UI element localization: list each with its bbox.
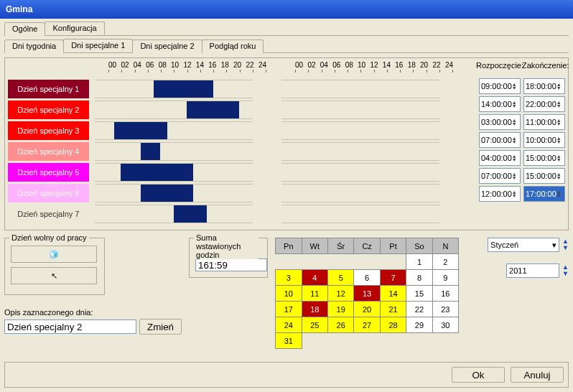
end-time-spinner[interactable]: 15:00:00▲▼ (523, 150, 565, 166)
cal-day[interactable]: 29 (406, 317, 433, 333)
spinner-arrows[interactable]: ▲▼ (512, 136, 518, 144)
track-left[interactable] (95, 184, 253, 202)
time-bar[interactable] (141, 143, 161, 160)
track-left[interactable] (95, 205, 253, 223)
track-right[interactable] (281, 163, 439, 182)
cal-day[interactable]: 1 (406, 254, 433, 270)
end-time-spinner[interactable]: 10:00:00▲▼ (523, 132, 565, 148)
cal-day[interactable]: 13 (354, 286, 381, 302)
spinner-arrows[interactable]: ▲▼ (556, 83, 563, 90)
spinner-arrows[interactable]: ▲▼ (556, 118, 563, 126)
track-left[interactable] (95, 101, 253, 119)
desc-input[interactable] (4, 319, 136, 334)
day-label[interactable]: Dzień specjalny 2 (8, 101, 89, 119)
cal-day[interactable]: 5 (328, 270, 354, 286)
track-right[interactable] (281, 101, 439, 119)
cal-day[interactable]: 25 (302, 317, 328, 333)
sum-input[interactable] (195, 258, 267, 271)
cal-day[interactable]: 21 (380, 302, 406, 317)
track-right[interactable] (281, 80, 439, 98)
cal-day[interactable]: 23 (432, 302, 458, 317)
cal-day[interactable]: 24 (276, 317, 302, 333)
tab-yearview[interactable]: Podgląd roku (202, 39, 264, 53)
spinner-arrows[interactable]: ▲▼ (512, 190, 518, 197)
cal-day[interactable]: 17 (276, 302, 302, 317)
cal-day[interactable]: 3 (276, 270, 302, 286)
cal-day[interactable]: 11 (302, 286, 328, 302)
tab-general[interactable]: Ogólne (4, 22, 45, 36)
spinner-arrows[interactable]: ▲▼ (556, 101, 563, 108)
ok-button[interactable]: Ok (452, 367, 505, 383)
cal-day[interactable]: 12 (328, 286, 354, 302)
track-right[interactable] (281, 142, 439, 161)
cal-day[interactable]: 2 (432, 254, 458, 270)
tab-config[interactable]: Konfiguracja (45, 22, 104, 35)
end-time-spinner[interactable]: 17:00:00▲▼ (523, 186, 565, 202)
tab-weekdays[interactable]: Dni tygodnia (4, 39, 64, 53)
start-time-spinner[interactable]: 09:00:00▲▼ (479, 78, 521, 94)
cal-day[interactable]: 9 (432, 270, 458, 286)
track-right[interactable] (281, 184, 439, 202)
cal-day[interactable]: 8 (406, 270, 433, 286)
cal-day[interactable]: 16 (432, 286, 458, 302)
time-bar[interactable] (141, 185, 193, 202)
time-bar[interactable] (174, 205, 207, 223)
spinner-arrows[interactable]: ▲▼ (556, 190, 563, 197)
cal-day[interactable]: 27 (354, 317, 381, 333)
track-left[interactable] (95, 142, 253, 161)
spinner-arrows[interactable]: ▲▼ (556, 154, 563, 162)
track-right[interactable] (281, 205, 439, 223)
day-label[interactable]: Dzień specjalny 3 (8, 121, 89, 140)
day-label[interactable]: Dzień specjalny 4 (8, 142, 89, 161)
spinner-arrows[interactable]: ▲▼ (512, 172, 518, 179)
end-time-spinner[interactable]: 15:00:00▲▼ (523, 168, 565, 184)
cal-day[interactable]: 7 (380, 270, 406, 286)
day-label[interactable]: Dzień specjalny 5 (8, 163, 89, 182)
start-time-spinner[interactable]: 14:00:00▲▼ (479, 96, 521, 112)
cal-day[interactable]: 20 (354, 302, 381, 317)
start-time-spinner[interactable]: 12:00:00▲▼ (479, 186, 521, 202)
spinner-arrows[interactable]: ▲▼ (512, 101, 518, 108)
track-left[interactable] (95, 121, 253, 140)
cal-day[interactable]: 15 (406, 286, 433, 302)
spinner-arrows[interactable]: ▲▼ (556, 136, 563, 144)
time-bar[interactable] (154, 80, 213, 98)
time-bar[interactable] (114, 122, 167, 139)
track-right[interactable] (281, 121, 439, 140)
cal-day[interactable]: 14 (380, 286, 406, 302)
cancel-button[interactable]: Anuluj (511, 367, 564, 383)
year-spin[interactable]: ▲▼ (562, 264, 569, 277)
spinner-arrows[interactable]: ▲▼ (512, 83, 518, 90)
track-left[interactable] (95, 163, 253, 182)
change-button[interactable]: Zmień (139, 319, 182, 335)
cal-day[interactable]: 26 (328, 317, 354, 333)
month-select[interactable]: Styczeń ▾ (488, 238, 559, 252)
end-time-spinner[interactable]: 11:00:00▲▼ (523, 114, 565, 130)
start-time-spinner[interactable]: 03:00:00▲▼ (479, 114, 521, 130)
start-time-spinner[interactable]: 07:00:00▲▼ (479, 168, 521, 184)
cal-day[interactable]: 19 (328, 302, 354, 317)
month-spin[interactable]: ▲▼ (562, 238, 569, 251)
year-input[interactable]: 2011 (506, 263, 559, 278)
free-day-button-1[interactable]: 🧊 (11, 246, 97, 263)
end-time-spinner[interactable]: 22:00:00▲▼ (523, 96, 565, 112)
spinner-arrows[interactable]: ▲▼ (512, 118, 518, 126)
tab-special2[interactable]: Dni specjalne 2 (132, 39, 202, 53)
cal-day[interactable]: 28 (380, 317, 406, 333)
cal-day[interactable]: 30 (432, 317, 458, 333)
cal-day[interactable]: 4 (302, 270, 328, 286)
track-left[interactable] (95, 80, 253, 98)
cal-day[interactable]: 18 (302, 302, 328, 317)
free-day-button-2[interactable]: ↖ (11, 267, 97, 284)
cal-day[interactable]: 22 (406, 302, 433, 317)
time-bar[interactable] (121, 164, 193, 181)
start-time-spinner[interactable]: 07:00:00▲▼ (479, 132, 521, 148)
end-time-spinner[interactable]: 18:00:00▲▼ (523, 78, 565, 94)
start-time-spinner[interactable]: 04:00:00▲▼ (479, 150, 521, 166)
tab-special1[interactable]: Dni specjalne 1 (63, 39, 133, 52)
day-label[interactable]: Dzień specjalny 1 (8, 80, 89, 98)
time-bar[interactable] (187, 101, 239, 118)
spinner-arrows[interactable]: ▲▼ (512, 154, 518, 162)
cal-day[interactable]: 6 (354, 270, 381, 286)
spinner-arrows[interactable]: ▲▼ (556, 172, 563, 179)
